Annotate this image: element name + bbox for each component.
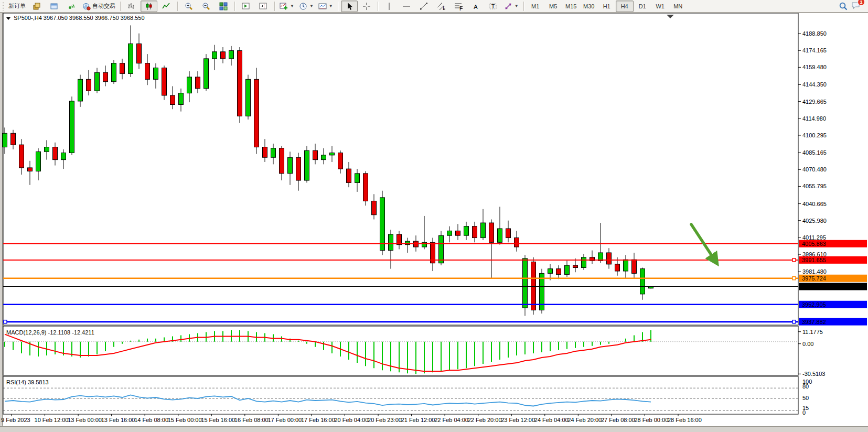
market-watch-button[interactable] xyxy=(28,1,45,12)
time-axis-label: 22 Feb 20:00 xyxy=(468,417,502,423)
timeframe-m5-button[interactable]: M5 xyxy=(544,1,562,12)
time-axis-label: 17 Feb 16:00 xyxy=(301,417,335,423)
zoom-out-button[interactable] xyxy=(198,1,215,12)
chevron-down-icon: ▼ xyxy=(290,4,294,8)
candle-body xyxy=(640,269,645,294)
chart-shift-button[interactable] xyxy=(255,1,272,12)
macd-scale-label: -30.5103 xyxy=(802,371,825,377)
candle-body xyxy=(397,234,402,245)
toolbar-separator xyxy=(120,2,121,11)
time-axis-label: 15 Feb 16:00 xyxy=(201,417,235,423)
candle-body xyxy=(372,201,377,214)
time-axis-label: 13 Feb 16:00 xyxy=(101,417,135,423)
macd-scale-label: 11.1775 xyxy=(802,329,823,335)
notifications-button[interactable]: 1 xyxy=(851,1,862,12)
candle-body xyxy=(271,148,276,158)
horizontal-line-button[interactable] xyxy=(398,1,415,12)
candle-body xyxy=(196,77,200,89)
time-axis-label: 13 Feb 00:00 xyxy=(68,417,102,423)
data-window-button[interactable] xyxy=(46,1,62,12)
arrows-button[interactable]: ▼ xyxy=(502,1,521,12)
vertical-line-button[interactable] xyxy=(381,1,398,12)
search-icon[interactable] xyxy=(839,2,848,11)
candle-body xyxy=(70,101,74,153)
candle-body xyxy=(481,223,486,237)
candle-body xyxy=(120,63,125,74)
price-tick-label: 4025.980 xyxy=(802,218,827,224)
crosshair-button[interactable] xyxy=(358,1,375,12)
candle-body xyxy=(187,77,192,93)
tile-windows-button[interactable] xyxy=(215,1,232,12)
bar-chart-icon xyxy=(127,2,136,10)
candle-body xyxy=(615,264,620,271)
main-toolbar: 新订单 自动交易 xyxy=(0,0,868,13)
timeframe-m30-button[interactable]: M30 xyxy=(580,1,598,12)
fibonacci-button[interactable]: F xyxy=(450,1,467,12)
price-tag-label: 3937.882 xyxy=(802,319,826,325)
candle-body xyxy=(95,72,100,91)
svg-text:T: T xyxy=(491,3,495,9)
candle-body xyxy=(632,260,637,273)
cursor-icon xyxy=(345,2,353,10)
candle-body xyxy=(145,63,150,80)
timeframe-h4-button[interactable]: H4 xyxy=(616,1,634,12)
cursor-button[interactable] xyxy=(341,1,358,12)
price-chart[interactable]: 4188.8504174.1654159.4804144.3504129.665… xyxy=(0,13,868,426)
candle-body xyxy=(506,229,511,238)
toolbar-grip xyxy=(2,2,5,10)
rsi-label: RSI(14) 39.5813 xyxy=(6,379,49,385)
candle-body xyxy=(87,79,91,91)
price-tick-label: 4129.665 xyxy=(802,99,827,105)
text-button[interactable]: A xyxy=(467,1,484,12)
templates-button[interactable]: ▼ xyxy=(316,1,335,12)
bar-chart-button[interactable] xyxy=(123,1,140,12)
line-handle[interactable] xyxy=(792,320,796,323)
time-axis-label: 21 Feb 12:00 xyxy=(401,417,435,423)
price-tick-label: 4055.795 xyxy=(802,183,827,189)
candle-body xyxy=(389,234,393,251)
line-handle[interactable] xyxy=(792,258,796,262)
new-order-button[interactable]: 新订单 xyxy=(6,1,28,12)
signals-button[interactable] xyxy=(63,1,80,12)
equidistant-channel-button[interactable]: E xyxy=(433,1,449,12)
line-handle[interactable] xyxy=(4,320,7,323)
candle-body xyxy=(162,68,167,95)
price-tag-label: 3975.724 xyxy=(802,275,826,282)
timeframe-mn-button[interactable]: MN xyxy=(669,1,687,12)
timeframe-h1-button[interactable]: H1 xyxy=(598,1,616,12)
time-axis-label: 15 Feb 00:00 xyxy=(168,417,202,423)
timeframe-m15-button[interactable]: M15 xyxy=(562,1,580,12)
macd-label: MACD(12,26,9) -12.1108 -12.4211 xyxy=(6,329,94,336)
candle-body xyxy=(582,257,586,268)
text-label-button[interactable]: T xyxy=(485,1,501,12)
candle-body xyxy=(305,150,309,180)
timeframe-d1-button[interactable]: D1 xyxy=(634,1,651,12)
candlestick-chart-button[interactable] xyxy=(141,1,157,12)
auto-scroll-button[interactable] xyxy=(238,1,254,12)
candle-body xyxy=(61,153,66,159)
indicators-icon xyxy=(280,2,288,10)
time-axis-label: 20 Feb 23:00 xyxy=(368,417,402,423)
trendline-button[interactable] xyxy=(415,1,432,12)
line-chart-button[interactable] xyxy=(158,1,175,12)
price-tick-label: 4040.665 xyxy=(802,201,827,207)
zoom-in-button[interactable] xyxy=(180,1,197,12)
timeframe-w1-button[interactable]: W1 xyxy=(651,1,669,12)
svg-text:A: A xyxy=(474,4,478,10)
candle-body xyxy=(380,198,385,251)
candle-body xyxy=(498,229,502,242)
indicators-button[interactable]: ▼ xyxy=(277,1,296,12)
candle-body xyxy=(573,265,578,267)
periods-button[interactable]: ▼ xyxy=(297,1,316,12)
autotrading-button[interactable]: 自动交易 xyxy=(80,1,117,12)
line-chart-icon xyxy=(162,2,170,10)
price-tag-label: 4005.863 xyxy=(802,241,826,247)
time-axis-label: 10 Feb 12:00 xyxy=(35,417,69,423)
time-axis-label: 9 Feb 2023 xyxy=(1,417,30,423)
candle-body xyxy=(238,51,242,116)
line-handle[interactable] xyxy=(792,277,796,280)
timeframe-m1-button[interactable]: M1 xyxy=(527,1,544,12)
candle-body xyxy=(3,133,7,147)
candle-body xyxy=(523,258,528,308)
candle-body xyxy=(212,52,217,59)
